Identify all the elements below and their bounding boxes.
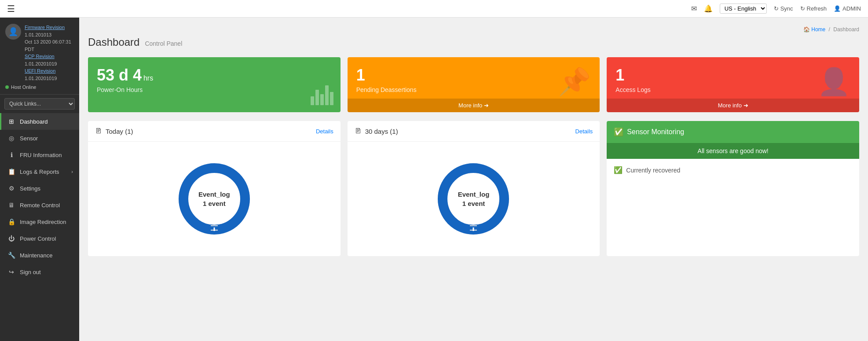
- remote-icon: 🖥: [7, 202, 15, 209]
- panel-today: 🖹 Today (1) Details: [88, 121, 341, 256]
- fru-icon: ℹ: [7, 151, 15, 158]
- quick-links-dropdown[interactable]: Quick Links...: [4, 98, 75, 110]
- 30days-donut-label: Event_log 1 event: [458, 190, 490, 208]
- sidebar-nav: ⊞ Dashboard ◎ Sensor ℹ FRU Information 📋…: [0, 113, 79, 341]
- page-subtitle: Control Panel: [145, 40, 182, 47]
- uefi-revision-link[interactable]: UEFI Revision: [25, 68, 55, 73]
- stat-label-power: Power-On Hours: [97, 86, 332, 93]
- stat-cards: 53 d 4 hrs Power-On Hours 1: [88, 57, 859, 112]
- scp-revision-link[interactable]: SCP Revision: [25, 54, 55, 59]
- 30days-donut-chart: Event_log 1 event: [434, 159, 513, 238]
- image-icon: 🔒: [7, 218, 15, 225]
- settings-icon: ⚙: [7, 185, 15, 192]
- stat-card-power-on-hours: 53 d 4 hrs Power-On Hours: [88, 57, 341, 112]
- stat-number-power: 53 d 4 hrs: [97, 66, 332, 84]
- sidebar-profile: 👤 Firmware Revision 1.01.201013 Oct 13 2…: [0, 18, 79, 95]
- today-details-link[interactable]: Details: [316, 128, 333, 135]
- sidebar-item-logs[interactable]: 📋 Logs & Reports ›: [0, 163, 79, 180]
- user-icon: 👤: [834, 5, 841, 12]
- today-donut-chart: Event_log 1 event: [175, 159, 254, 238]
- stat-card-access-logs: 1 Access Logs 👤 More info ➜: [607, 57, 859, 112]
- sensor-good-banner: All sensors are good now!: [607, 143, 859, 159]
- stat-card-pending: 1 Pending Deassertions 📌 More info ➜: [348, 57, 600, 112]
- panel-30days-body: Event_log 1 event: [348, 142, 600, 256]
- status-dot: [5, 85, 9, 89]
- bar-chart-icon: [311, 85, 333, 105]
- mail-icon[interactable]: ✉: [691, 4, 697, 13]
- refresh-button[interactable]: ↻ Refresh: [800, 5, 827, 12]
- sidebar-item-dashboard[interactable]: ⊞ Dashboard: [0, 113, 79, 130]
- panel-30days-header: 🖹 30 days (1) Details: [348, 121, 600, 142]
- breadcrumb-current: Dashboard: [833, 26, 859, 33]
- stat-label-pending: Pending Deassertions: [356, 86, 591, 93]
- bottom-panels: 🖹 Today (1) Details: [88, 121, 859, 256]
- quick-links-select[interactable]: Quick Links...: [4, 98, 75, 110]
- refresh-icon: ↻: [800, 5, 805, 12]
- dashboard-icon: ⊞: [7, 118, 15, 125]
- sidebar: 👤 Firmware Revision 1.01.201013 Oct 13 2…: [0, 18, 79, 341]
- sidebar-item-fru[interactable]: ℹ FRU Information: [0, 147, 79, 163]
- profile-info: Firmware Revision 1.01.201013 Oct 13 202…: [25, 24, 74, 82]
- panel-today-title: 🖹 Today (1): [95, 127, 133, 135]
- stat-number-pending: 1: [356, 66, 591, 84]
- bell-icon[interactable]: 🔔: [704, 4, 713, 13]
- sync-button[interactable]: ↻ Sync: [774, 5, 793, 12]
- panel-30days: 🖹 30 days (1) Details: [348, 121, 600, 256]
- host-status: Host Online: [5, 84, 74, 90]
- breadcrumb-home-link[interactable]: Home: [811, 26, 825, 33]
- sensor-monitoring-header: ✅ Sensor Monitoring: [607, 121, 859, 143]
- breadcrumb: 🏠 Home / Dashboard: [88, 26, 859, 33]
- firmware-revision-link[interactable]: Firmware Revision: [25, 25, 65, 30]
- page-title: Dashboard: [88, 36, 139, 48]
- logs-chevron-icon: ›: [71, 169, 73, 174]
- sync-icon: ↻: [774, 5, 779, 12]
- sensor-check-icon: ✅: [614, 127, 623, 137]
- topbar: ☰ ✉ 🔔 US - English ↻ Sync ↻ Refresh 👤 AD…: [0, 0, 868, 18]
- hamburger-menu[interactable]: ☰: [7, 4, 15, 14]
- main-content: 🏠 Home / Dashboard Dashboard Control Pan…: [79, 18, 868, 341]
- sidebar-item-sensor[interactable]: ◎ Sensor: [0, 130, 79, 147]
- recovered-check-icon: ✅: [614, 166, 623, 174]
- sidebar-item-remote[interactable]: 🖥 Remote Control: [0, 197, 79, 213]
- sensor-recovered-status: ✅ Currently recovered: [614, 166, 852, 174]
- sensor-icon: ◎: [7, 135, 15, 142]
- stat-label-access: Access Logs: [615, 86, 850, 93]
- maintenance-icon: 🔧: [7, 252, 15, 259]
- sidebar-item-power[interactable]: ⏻ Power Control: [0, 230, 79, 247]
- hamburger-icon[interactable]: ☰: [7, 4, 15, 14]
- panel-today-header: 🖹 Today (1) Details: [88, 121, 341, 142]
- today-donut-label: Event_log 1 event: [198, 190, 230, 208]
- sidebar-item-signout[interactable]: ↪ Sign out: [0, 264, 79, 280]
- signout-icon: ↪: [7, 268, 15, 275]
- 30days-details-link[interactable]: Details: [575, 128, 593, 135]
- avatar: 👤: [5, 24, 21, 40]
- today-panel-icon: 🖹: [95, 127, 102, 135]
- panel-sensor-monitoring: ✅ Sensor Monitoring All sensors are good…: [607, 121, 859, 256]
- power-icon: ⏻: [7, 235, 15, 242]
- admin-menu[interactable]: 👤 ADMIN: [834, 5, 861, 12]
- pin-icon: 📌: [558, 66, 591, 97]
- 30days-panel-icon: 🖹: [355, 127, 362, 135]
- sensor-body: ✅ Currently recovered: [607, 159, 859, 181]
- stat-number-access: 1: [615, 66, 850, 84]
- sidebar-item-image[interactable]: 🔒 Image Redirection: [0, 213, 79, 230]
- panel-30days-title: 🖹 30 days (1): [355, 127, 398, 135]
- sidebar-item-settings[interactable]: ⚙ Settings: [0, 180, 79, 197]
- panel-today-body: Event_log 1 event: [88, 142, 341, 256]
- pending-more-info-button[interactable]: More info ➜: [348, 99, 600, 112]
- access-more-info-button[interactable]: More info ➜: [607, 99, 859, 112]
- breadcrumb-home-icon: 🏠: [803, 26, 810, 33]
- logs-icon: 📋: [7, 168, 15, 175]
- user-silhouette-icon: 👤: [817, 66, 850, 97]
- page-header: Dashboard Control Panel: [88, 36, 859, 48]
- sidebar-item-maintenance[interactable]: 🔧 Maintenance: [0, 247, 79, 264]
- language-select[interactable]: US - English: [720, 4, 767, 14]
